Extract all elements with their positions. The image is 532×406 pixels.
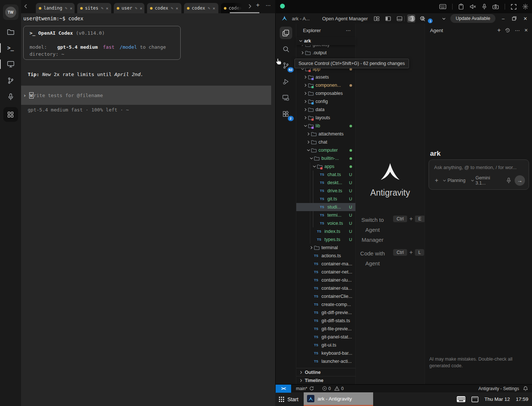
tree-file-containerclie[interactable]: TScontainerClie... [296,292,355,300]
terminal-tab-sites-1[interactable]: sites✎✕ [77,3,111,13]
tree-file-git-ui-ts[interactable]: TSgit-ui.ts [296,341,355,349]
tree-file-actions-ts[interactable]: TSactions.ts [296,252,355,260]
tree-folder-computer[interactable]: computer [296,146,355,154]
tree-file-chat-ts[interactable]: TSchat.tsU [296,171,355,179]
tree-file-launcher-acti[interactable]: TSlauncher-acti... [296,357,355,365]
terminal-rail-item[interactable]: >_ [0,40,21,56]
history-icon[interactable] [505,28,510,33]
timeline-section[interactable]: Timeline [296,376,355,384]
tree-file-container-sta[interactable]: TScontainer-sta... [296,284,355,292]
new-chat-icon[interactable]: + [497,27,501,34]
rename-tab-icon[interactable]: ✎ [101,6,103,11]
clock-time[interactable]: 17:59 [516,396,528,402]
open-agent-manager-button[interactable]: Open Agent Manager [322,16,368,21]
terminal-tab-user-2[interactable]: user✎✕ [114,3,144,13]
close-panel-icon[interactable]: ✕ [524,28,528,33]
tree-file-studi[interactable]: TSstudi...U [296,203,355,211]
shield-icon[interactable] [409,16,415,22]
files-rail-item[interactable] [0,24,21,40]
tree-folder-composables[interactable]: composables [296,89,355,97]
keyboard-icon[interactable] [457,396,466,402]
close-tab-icon[interactable]: ✕ [140,6,143,11]
tree-file-voice-ts[interactable]: TSvoice.tsU [296,219,355,227]
tree-folder-layouts[interactable]: layouts [296,114,355,122]
tree-file-termi[interactable]: TStermi...U [296,211,355,219]
terminal-content[interactable]: user@twenim:~$ codex >_ OpenAI Codex (v0… [21,13,275,406]
apps-rail-item[interactable] [3,107,18,122]
tree-folder-attachments[interactable]: attachments [296,130,355,138]
tree-folder-apps[interactable]: apps [296,162,355,171]
rename-tab-icon[interactable]: ✎ [135,6,137,11]
tree-file-git-file-previe[interactable]: TSgit-file-previe... [296,325,355,333]
fullscreen-icon[interactable] [511,4,516,10]
tree-file-types-ts[interactable]: TStypes.tsU [296,235,355,244]
tree-folder-lib[interactable]: lib [296,122,355,130]
tree-folder-data[interactable]: data [296,106,355,114]
branch-status[interactable]: main* [296,386,314,391]
screen-rail-item[interactable] [0,56,21,72]
tree-folder-terminal[interactable]: terminal [296,244,355,252]
tree-folder-output[interactable]: .output [296,49,355,57]
microphone-icon[interactable] [507,178,511,183]
user-account-button[interactable]: 1 [430,15,437,22]
terminal-tab-landing-0[interactable]: landing✎✕ [36,3,75,13]
settings-icon[interactable] [522,4,528,10]
restore-button[interactable] [511,16,518,21]
tree-file-deskt[interactable]: TSdeskt...U [296,179,355,187]
tree-file-git-diff-previe[interactable]: TSgit-diff-previe... [296,309,355,317]
tree-file-container-slu[interactable]: TScontainer-slu... [296,276,355,284]
clock-date[interactable]: Thu Mar 12 [484,396,510,402]
tab-scroll-left-icon[interactable] [23,4,28,9]
workspace-root-row[interactable]: ark [296,37,355,45]
attach-icon[interactable]: + [435,177,438,184]
close-tab-icon[interactable]: ✕ [106,6,109,11]
tree-file-keyboard-bar[interactable]: TSkeyboard-bar... [296,349,355,357]
git-rail-item[interactable] [0,72,21,89]
activity-remote-explorer[interactable] [280,92,292,104]
tree-folder-builtin[interactable]: builtin-... [296,154,355,162]
tree-folder-gateway[interactable]: gateway [296,45,355,49]
tree-file-create-comp[interactable]: TScreate-comp... [296,300,355,309]
minimize-button[interactable]: – [500,16,507,21]
tree-file-container-net[interactable]: TScontainer-net... [296,268,355,276]
tab-overflow-menu[interactable]: ⋯ [266,2,271,8]
problems-status[interactable]: 0 0 [322,386,344,391]
tree-folder-componen[interactable]: componen... [296,81,355,89]
agent-input-box[interactable]: Ask anything, @ to mention, / for wor...… [429,159,529,190]
close-tab-icon[interactable]: ✕ [70,6,72,11]
new-tab-button[interactable]: + [256,1,260,9]
tree-folder-config[interactable]: config [296,97,355,106]
activity-run-debug[interactable] [280,75,292,88]
tree-file-git-diff-stats-ts[interactable]: TSgit-diff-stats.ts [296,317,355,325]
workspace-avatar[interactable]: TW [3,4,18,20]
voice-rail-item[interactable] [0,89,21,105]
terminal-tab-codex-3[interactable]: codex✎✕ [147,3,181,13]
clipboard-icon[interactable] [458,4,464,10]
close-tab-icon[interactable]: ✕ [176,6,178,11]
settings-status-item[interactable]: Antigravity - Settings [478,386,519,391]
terminal-tab-codex-5[interactable]: codex [221,3,242,13]
activity-explorer[interactable] [280,27,292,39]
rename-tab-icon[interactable]: ✎ [208,6,210,11]
taskbar-task-ark-antigravity[interactable]: ark - Antigravity [304,392,373,406]
start-button[interactable]: Start [275,392,304,406]
bell-icon[interactable] [523,386,528,391]
rename-tab-icon[interactable]: ✎ [171,6,173,11]
codex-input-bar[interactable]: › W rite tests for @filename [21,86,271,105]
close-tab-icon[interactable]: ✕ [213,6,215,11]
toggle-bottom-panel-icon[interactable] [396,14,404,23]
model-dropdown[interactable]: Gemini 3.1... [471,175,501,186]
terminal-tab-codex-4[interactable]: codex✎✕ [184,3,218,13]
tree-file-index-ts[interactable]: TSindex.tsU [296,227,355,235]
camera-icon[interactable] [492,4,499,9]
chevron-down-icon[interactable] [442,17,446,21]
tree-file-git-panel-stat[interactable]: TSgit-panel-stat... [296,333,355,341]
gear-icon[interactable] [420,16,426,21]
toggle-left-panel-icon[interactable] [384,14,392,23]
microphone-icon[interactable] [482,4,487,10]
tree-file-git-ts[interactable]: TSgit.tsU [296,195,355,203]
ide-title-bar[interactable]: ark - A... Open Agent Manager 1 Update A… [276,13,532,24]
activity-extensions[interactable]: 2 [280,108,292,120]
tree-file-container-ma[interactable]: TScontainer-ma... [296,260,355,268]
tree-folder-assets[interactable]: assets [296,73,355,81]
